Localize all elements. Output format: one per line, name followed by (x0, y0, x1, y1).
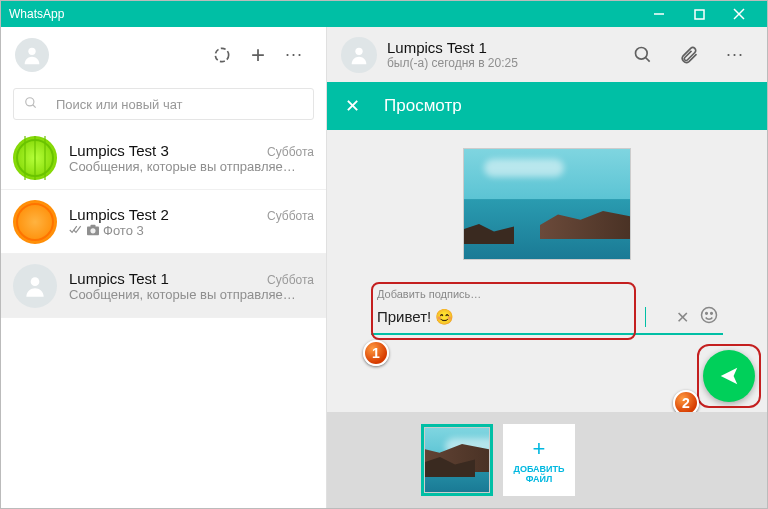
svg-line-7 (33, 104, 36, 107)
chat-item-lumpics-2[interactable]: Lumpics Test 2 Суббота Фото 3 (1, 190, 326, 254)
svg-line-14 (646, 57, 650, 61)
check-icon (69, 225, 83, 235)
titlebar: WhatsApp (1, 1, 767, 27)
svg-point-12 (355, 47, 362, 54)
attach-icon[interactable] (671, 37, 707, 73)
annotation-marker-1: 1 (363, 340, 389, 366)
thumbnail-selected[interactable] (421, 424, 493, 496)
chat-avatar (13, 264, 57, 308)
caption-area: Добавить подпись… ✕ 1 (371, 288, 723, 335)
emoji-icon[interactable] (699, 305, 719, 329)
chat-name: Lumpics Test 1 (69, 270, 169, 287)
text-cursor (645, 307, 646, 327)
chat-name: Lumpics Test 3 (69, 142, 169, 159)
contact-avatar[interactable] (341, 37, 377, 73)
chat-time: Суббота (267, 145, 314, 159)
add-file-label: ДОБАВИТЬ ФАЙЛ (506, 464, 572, 484)
search-box[interactable]: Поиск или новый чат (13, 88, 314, 120)
new-chat-icon[interactable]: + (240, 37, 276, 73)
minimize-button[interactable] (639, 1, 679, 27)
svg-point-4 (28, 47, 35, 54)
svg-point-10 (90, 228, 95, 233)
svg-rect-9 (90, 225, 95, 228)
preview-body: Добавить подпись… ✕ 1 (327, 130, 767, 412)
svg-point-17 (711, 313, 713, 315)
maximize-button[interactable] (679, 1, 719, 27)
preview-bar: ✕ Просмотр (327, 82, 767, 130)
app-window: WhatsApp + ··· (0, 0, 768, 509)
svg-point-16 (706, 313, 708, 315)
search-chat-icon[interactable] (625, 37, 661, 73)
preview-close-icon[interactable]: ✕ (345, 95, 360, 117)
chat-item-lumpics-1[interactable]: Lumpics Test 1 Суббота Сообщения, которы… (1, 254, 326, 318)
chat-preview: Фото 3 (69, 223, 314, 238)
contact-name: Lumpics Test 1 (387, 39, 615, 56)
preview-title: Просмотр (384, 96, 462, 116)
menu-icon[interactable]: ··· (276, 37, 312, 73)
search-row: Поиск или новый чат (1, 82, 326, 126)
chat-preview: Сообщения, которые вы отправляе… (69, 159, 314, 174)
caption-label: Добавить подпись… (371, 288, 723, 300)
chat-time: Суббота (267, 273, 314, 287)
chat-header: Lumpics Test 1 был(-а) сегодня в 20:25 ·… (327, 27, 767, 82)
svg-point-13 (636, 47, 648, 59)
contact-info[interactable]: Lumpics Test 1 был(-а) сегодня в 20:25 (387, 39, 615, 70)
caption-input[interactable] (377, 309, 635, 326)
chat-item-lumpics-3[interactable]: Lumpics Test 3 Суббота Сообщения, которы… (1, 126, 326, 190)
chat-menu-icon[interactable]: ··· (717, 37, 753, 73)
caption-tools: ✕ (676, 305, 719, 329)
left-header: + ··· (1, 27, 326, 82)
close-button[interactable] (719, 1, 759, 27)
svg-point-11 (31, 277, 40, 286)
svg-point-6 (26, 97, 34, 105)
svg-point-15 (702, 308, 717, 323)
chat-list: Lumpics Test 3 Суббота Сообщения, которы… (1, 126, 326, 508)
thumbnail-strip: + ДОБАВИТЬ ФАЙЛ (327, 412, 767, 508)
chat-avatar (13, 136, 57, 180)
search-placeholder: Поиск или новый чат (56, 97, 183, 112)
preview-image[interactable] (463, 148, 631, 260)
plus-icon: + (533, 436, 546, 462)
left-panel: + ··· Поиск или новый чат Lumpics Test 3 (1, 27, 327, 508)
caption-clear-icon[interactable]: ✕ (676, 308, 689, 327)
svg-point-5 (215, 48, 228, 61)
send-button[interactable] (703, 350, 755, 402)
add-file-button[interactable]: + ДОБАВИТЬ ФАЙЛ (503, 424, 575, 496)
right-panel: Lumpics Test 1 был(-а) сегодня в 20:25 ·… (327, 27, 767, 508)
chat-time: Суббота (267, 209, 314, 223)
status-icon[interactable] (204, 37, 240, 73)
app-title: WhatsApp (9, 7, 639, 21)
search-icon (24, 96, 38, 113)
chat-avatar (13, 200, 57, 244)
chat-name: Lumpics Test 2 (69, 206, 169, 223)
svg-rect-1 (695, 10, 704, 19)
app-body: + ··· Поиск или новый чат Lumpics Test 3 (1, 27, 767, 508)
send-wrap: 2 (703, 350, 755, 402)
me-avatar[interactable] (15, 38, 49, 72)
contact-status: был(-а) сегодня в 20:25 (387, 56, 615, 70)
camera-icon (86, 224, 100, 236)
chat-preview: Сообщения, которые вы отправляе… (69, 287, 314, 302)
